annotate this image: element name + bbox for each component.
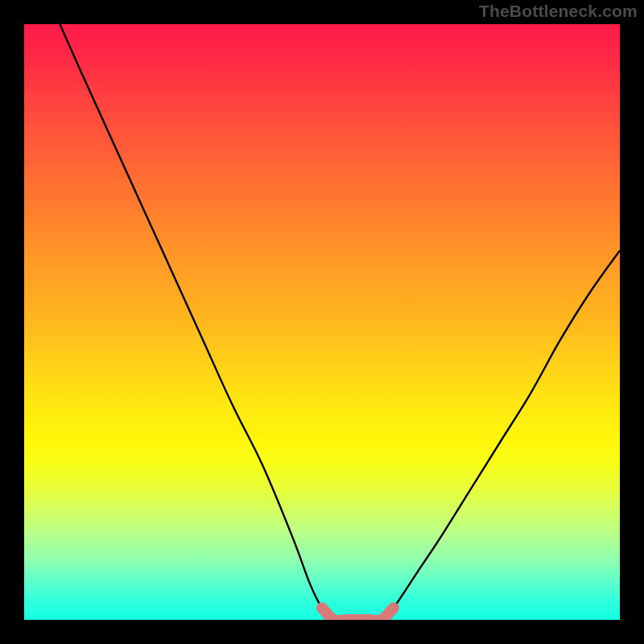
chart-frame: TheBottleneck.com <box>0 0 644 644</box>
highlight-segment <box>322 608 394 620</box>
watermark-text: TheBottleneck.com <box>479 2 638 21</box>
curve-layer <box>24 24 620 620</box>
bottleneck-curve <box>60 24 620 620</box>
plot-area <box>24 24 620 620</box>
